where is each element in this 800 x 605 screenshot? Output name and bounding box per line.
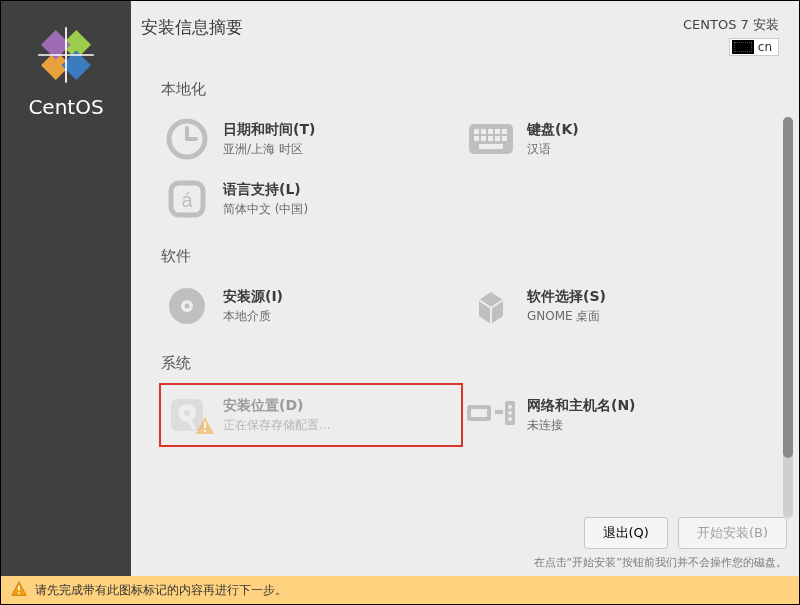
section-localization-title: 本地化 [161, 80, 769, 99]
svg-rect-16 [481, 136, 486, 141]
svg-rect-18 [495, 136, 500, 141]
disc-icon [161, 284, 213, 328]
spoke-network-status: 未连接 [527, 417, 636, 434]
package-icon [465, 284, 517, 328]
svg-rect-14 [502, 129, 507, 134]
svg-rect-15 [474, 136, 479, 141]
quit-button[interactable]: 退出(Q) [584, 517, 668, 549]
footer: 退出(Q) 开始安装(B) 在点击“开始安装”按钮前我们并不会操作您的磁盘。 [534, 517, 787, 570]
scrollbar[interactable] [783, 117, 793, 518]
keyboard-icon [732, 40, 754, 54]
spoke-datetime-status: 亚洲/上海 时区 [223, 141, 315, 158]
main-panel: 安装信息摘要 CENTOS 7 安装 cn 本地化 日期和时间( [131, 1, 799, 578]
section-software-title: 软件 [161, 247, 769, 266]
spoke-keyboard-status: 汉语 [527, 141, 579, 158]
clock-icon [161, 117, 213, 161]
spoke-software-selection-status: GNOME 桌面 [527, 308, 606, 325]
language-icon: á [161, 177, 213, 221]
svg-rect-17 [488, 136, 493, 141]
product-label: CENTOS 7 安装 [683, 16, 779, 34]
scrollbar-thumb[interactable] [783, 117, 793, 458]
spoke-language-title: 语言支持(L) [223, 181, 308, 199]
svg-point-37 [508, 411, 512, 415]
svg-rect-30 [204, 422, 206, 428]
content-area: 本地化 日期和时间(T) 亚洲/上海 时区 键盘(K) [131, 57, 799, 578]
svg-rect-31 [204, 430, 206, 432]
svg-rect-12 [488, 129, 493, 134]
spoke-install-destination[interactable]: 安装位置(D) 正在保存存储配置... [159, 383, 463, 447]
keyboard-large-icon [465, 117, 517, 161]
svg-rect-20 [479, 144, 503, 149]
svg-point-28 [184, 410, 190, 416]
svg-rect-11 [481, 129, 486, 134]
warning-icon [195, 416, 215, 439]
warning-bar-text: 请先完成带有此图标标记的内容再进行下一步。 [35, 582, 287, 599]
footer-hint: 在点击“开始安装”按钮前我们并不会操作您的磁盘。 [534, 555, 787, 570]
keyboard-layout-label: cn [758, 40, 772, 54]
begin-install-button[interactable]: 开始安装(B) [678, 517, 787, 549]
spoke-language[interactable]: á 语言支持(L) 简体中文 (中国) [161, 169, 465, 229]
spoke-software-selection[interactable]: 软件选择(S) GNOME 桌面 [465, 276, 769, 336]
spoke-install-source-title: 安装源(I) [223, 288, 283, 306]
svg-rect-33 [471, 409, 487, 417]
page-title: 安装信息摘要 [141, 16, 243, 39]
spoke-install-source[interactable]: 安装源(I) 本地介质 [161, 276, 465, 336]
harddisk-icon [161, 393, 213, 437]
keyboard-layout-indicator[interactable]: cn [729, 38, 779, 56]
spoke-install-destination-title: 安装位置(D) [223, 397, 330, 415]
section-system-title: 系统 [161, 354, 769, 373]
svg-point-25 [185, 304, 190, 309]
svg-point-36 [508, 405, 512, 409]
spoke-install-destination-status: 正在保存存储配置... [223, 417, 330, 434]
sidebar: CentOS [1, 1, 131, 603]
header: 安装信息摘要 CENTOS 7 安装 cn [131, 1, 799, 57]
svg-rect-34 [495, 410, 503, 414]
svg-point-38 [508, 417, 512, 421]
centos-logo-icon [37, 26, 95, 87]
spoke-network[interactable]: 网络和主机名(N) 未连接 [465, 383, 769, 447]
warning-bar-icon [11, 581, 27, 600]
svg-text:á: á [181, 189, 193, 211]
spoke-network-title: 网络和主机名(N) [527, 397, 636, 415]
spoke-language-status: 简体中文 (中国) [223, 201, 308, 218]
svg-rect-10 [474, 129, 479, 134]
spoke-install-source-status: 本地介质 [223, 308, 283, 325]
svg-rect-13 [495, 129, 500, 134]
spoke-software-selection-title: 软件选择(S) [527, 288, 606, 306]
spoke-datetime[interactable]: 日期和时间(T) 亚洲/上海 时区 [161, 109, 465, 169]
warning-bar: 请先完成带有此图标标记的内容再进行下一步。 [1, 576, 799, 604]
brand-label: CentOS [28, 95, 103, 119]
svg-rect-19 [502, 136, 507, 141]
svg-rect-40 [18, 592, 20, 594]
spoke-keyboard-title: 键盘(K) [527, 121, 579, 139]
spoke-keyboard[interactable]: 键盘(K) 汉语 [465, 109, 769, 169]
spoke-datetime-title: 日期和时间(T) [223, 121, 315, 139]
svg-rect-39 [18, 585, 20, 590]
network-icon [465, 393, 517, 437]
